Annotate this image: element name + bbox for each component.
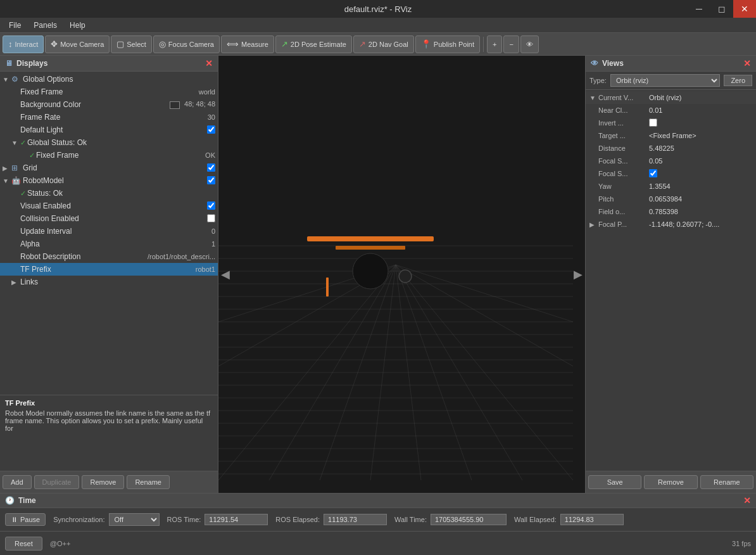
- close-views-button[interactable]: ✕: [743, 58, 751, 68]
- grid-label: Grid: [23, 163, 207, 172]
- reset-button[interactable]: Reset: [5, 537, 42, 551]
- robot-desc-row[interactable]: Robot Description /robot1/robot_descri..…: [0, 250, 218, 263]
- wall-time-input[interactable]: [431, 514, 507, 525]
- grid-row[interactable]: ▶ ⊞ Grid: [0, 162, 218, 174]
- menu-file[interactable]: File: [3, 20, 27, 31]
- time-content: ⏸ Pause Synchronization: Off ROS Time: R…: [0, 508, 756, 531]
- views-save-button[interactable]: Save: [588, 475, 641, 489]
- views-rename-button[interactable]: Rename: [700, 475, 753, 489]
- robotmodel-row[interactable]: ▼ 🤖 RobotModel: [0, 174, 218, 187]
- global-options-row[interactable]: ▼ ⚙ Global Options: [0, 73, 218, 86]
- sync-select[interactable]: Off: [109, 513, 160, 526]
- 2d-pose-button[interactable]: ↗ 2D Pose Estimate: [275, 35, 352, 53]
- 2d-nav-button[interactable]: ↗ 2D Nav Goal: [353, 35, 414, 53]
- wall-elapsed-input[interactable]: [560, 514, 624, 525]
- add-button[interactable]: Add: [3, 475, 32, 489]
- invert-checkbox: [649, 118, 657, 128]
- target-frame-row[interactable]: Target ... <Fixed Frame>: [586, 129, 756, 142]
- toolbar-separator: [483, 37, 484, 52]
- wall-elapsed-field: Wall Elapsed:: [514, 514, 624, 525]
- views-zero-button[interactable]: Zero: [724, 75, 752, 86]
- close-displays-button[interactable]: ✕: [205, 58, 213, 68]
- views-type-select[interactable]: Orbit (rviz): [610, 74, 720, 87]
- collision-enabled-label: Collision Enabled: [20, 214, 207, 223]
- distance-row[interactable]: Distance 5.48225: [586, 142, 756, 155]
- description-title: TF Prefix: [5, 399, 213, 407]
- add-toolbar-button[interactable]: +: [487, 35, 502, 53]
- ros-elapsed-input[interactable]: [324, 514, 387, 525]
- current-view-row[interactable]: ▼ Current V... Orbit (rviz): [586, 91, 756, 104]
- fixed-frame-status-value: OK: [205, 151, 215, 159]
- menu-bar: File Panels Help: [0, 18, 756, 33]
- visual-enabled-checkbox[interactable]: [207, 201, 215, 210]
- field-o-row[interactable]: Field o... 0.785398: [586, 205, 756, 218]
- viewport[interactable]: ◀ ▶: [218, 56, 585, 493]
- distance-label: Distance: [598, 144, 649, 152]
- focal-p-row[interactable]: ▶ Focal P... -1.1448; 0.26077; -0....: [586, 218, 756, 231]
- camera-view-button[interactable]: 👁: [520, 35, 539, 53]
- remove-button[interactable]: Remove: [82, 475, 124, 489]
- bg-color-row[interactable]: Background Color 48; 48; 48: [0, 98, 218, 111]
- current-view-label: Current V...: [598, 94, 649, 101]
- focus-camera-button[interactable]: ◎ Focus Camera: [153, 35, 220, 53]
- visual-enabled-row[interactable]: Visual Enabled: [0, 200, 218, 212]
- grid-checkbox: [207, 163, 215, 173]
- global-status-row[interactable]: ▼ ✓ Global Status: Ok: [0, 136, 218, 149]
- yaw-value: 1.3554: [649, 182, 671, 190]
- views-remove-button[interactable]: Remove: [644, 475, 697, 489]
- yaw-row[interactable]: Yaw 1.3554: [586, 180, 756, 193]
- near-clip-row[interactable]: Near Cl... 0.01: [586, 104, 756, 117]
- focal-s2-row[interactable]: Focal S...: [586, 167, 756, 180]
- default-light-checkbox[interactable]: [207, 125, 215, 134]
- tf-prefix-label: TF Prefix: [20, 265, 196, 274]
- menu-help[interactable]: Help: [63, 20, 92, 31]
- update-interval-row[interactable]: Update Interval 0: [0, 225, 218, 238]
- publish-point-button[interactable]: 📍 Publish Point: [415, 35, 480, 53]
- left-panel: 🖥 Displays ✕ ▼ ⚙ Global Options Fixed Fr…: [0, 56, 218, 493]
- interact-button[interactable]: ↕ Interact: [3, 35, 44, 53]
- invert-row[interactable]: Invert ...: [586, 117, 756, 129]
- status-bar: Reset @O++ 31 fps: [0, 531, 756, 555]
- close-time-button[interactable]: ✕: [743, 495, 751, 506]
- invert-enabled-checkbox[interactable]: [649, 118, 657, 127]
- maximize-button[interactable]: ◻: [710, 0, 733, 18]
- links-expand-icon: ▶: [11, 279, 20, 286]
- robotmodel-enabled-checkbox[interactable]: [207, 176, 215, 184]
- viewport-arrow-right[interactable]: ▶: [574, 267, 583, 281]
- measure-button[interactable]: ⟺ Measure: [221, 35, 274, 53]
- pause-button[interactable]: ⏸ Pause: [5, 513, 46, 526]
- global-options-label: Global Options: [23, 75, 215, 84]
- pause-icon: ⏸: [11, 516, 18, 523]
- links-row[interactable]: ▶ Links: [0, 276, 218, 288]
- time-header: 🕐 Time ✕: [0, 494, 756, 508]
- focal-s1-row[interactable]: Focal S... 0.05: [586, 155, 756, 167]
- collision-enabled-checkbox[interactable]: [207, 214, 215, 222]
- default-light-row[interactable]: Default Light: [0, 124, 218, 136]
- fixed-frame-status-row[interactable]: ✓ Fixed Frame OK: [0, 149, 218, 162]
- select-button[interactable]: ▢ Select: [111, 35, 152, 53]
- remove-toolbar-button[interactable]: −: [503, 35, 519, 53]
- minimize-button[interactable]: ─: [688, 0, 710, 18]
- robotmodel-label: RobotModel: [23, 176, 207, 185]
- tf-prefix-row[interactable]: TF Prefix robot1: [0, 263, 218, 276]
- sync-label: Synchronization:: [53, 516, 104, 523]
- frame-rate-row[interactable]: Frame Rate 30: [0, 111, 218, 124]
- ros-time-input[interactable]: [205, 514, 268, 525]
- robot-status-row[interactable]: ✓ Status: Ok: [0, 187, 218, 200]
- alpha-row[interactable]: Alpha 1: [0, 238, 218, 250]
- pitch-row[interactable]: Pitch 0.0653984: [586, 193, 756, 205]
- focal-s2-checkbox[interactable]: [649, 169, 657, 177]
- menu-panels[interactable]: Panels: [27, 20, 63, 31]
- fixed-frame-value: world: [199, 88, 215, 96]
- default-light-value: [207, 125, 215, 135]
- duplicate-button[interactable]: Duplicate: [34, 475, 80, 489]
- rename-button[interactable]: Rename: [127, 475, 170, 489]
- close-button[interactable]: ✕: [733, 0, 756, 18]
- collision-enabled-row[interactable]: Collision Enabled: [0, 212, 218, 225]
- grid-enabled-checkbox[interactable]: [207, 163, 215, 172]
- viewport-arrow-left[interactable]: ◀: [221, 267, 230, 281]
- fixed-frame-row[interactable]: Fixed Frame world: [0, 86, 218, 98]
- move-camera-button[interactable]: ✥ Move Camera: [45, 35, 110, 53]
- links-label: Links: [20, 278, 215, 286]
- wall-elapsed-label: Wall Elapsed:: [514, 516, 557, 523]
